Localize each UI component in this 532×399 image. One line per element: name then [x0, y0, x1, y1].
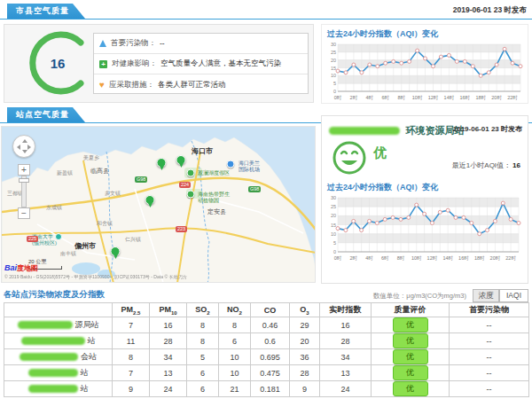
svg-text:22时: 22时 [507, 95, 518, 100]
station-marker-icon[interactable] [111, 246, 121, 256]
university-marker-icon[interactable] [55, 233, 62, 240]
station-marker-icon[interactable] [145, 195, 155, 205]
info-value: -- [160, 39, 165, 48]
station-name-redacted [329, 127, 400, 135]
grade-badge: 优 [393, 381, 428, 396]
map-attribution: © 2019 Baidu - GS(2018)5572号 - 甲测资字11009… [4, 274, 267, 281]
toggle-concentration[interactable]: 浓度 [473, 289, 499, 302]
column-header: PM2.5 [113, 303, 150, 317]
info-value: 各类人群可正常活动 [158, 80, 226, 90]
station-name-suffix: 站 [81, 384, 89, 393]
grade-cell: 优 [372, 349, 450, 365]
info-row-pollutant: 首要污染物： -- [94, 34, 308, 54]
value-cell: 6 [187, 381, 219, 397]
value-cell: 24 [150, 381, 187, 397]
svg-text:16时: 16时 [458, 255, 469, 261]
svg-text:30: 30 [331, 195, 336, 200]
value-cell: 8 [113, 349, 150, 365]
pollutant-table: PM2.5PM10SO2NO2COO3实时指数质量评价首要污染物源局站71688… [4, 302, 529, 397]
table-row: 站9246210.181924优-- [4, 381, 529, 397]
map-zoom-control[interactable]: + − [18, 164, 30, 219]
info-label: 首要污染物： [111, 38, 156, 49]
city-aqi-chart-panel: 过去24小时分指数（AQI）变化 0510152025300时2时4时6时8时1… [321, 24, 528, 104]
value-cell: 9 [290, 381, 320, 397]
svg-text:15: 15 [331, 66, 336, 71]
toggle-iaqi[interactable]: IAQI [499, 289, 528, 302]
pan-left-icon[interactable] [17, 145, 20, 150]
primary-pollutant-cell: -- [450, 381, 529, 397]
station-name-cell: 会站 [4, 349, 113, 365]
svg-text:5: 5 [333, 240, 336, 246]
value-cell: 6 [219, 333, 251, 349]
station-name-cell: 源局站 [4, 317, 113, 333]
poi-marker-icon[interactable] [187, 191, 195, 199]
svg-text:20时: 20时 [490, 255, 501, 261]
city-aqi-chart: 0510152025300时2时4时6时8时10时12时14时16时18时20时… [325, 41, 528, 105]
table-header-row: PM2.5PM10SO2NO2COO3实时指数质量评价首要污染物 [4, 303, 529, 317]
primary-pollutant-cell: -- [450, 317, 529, 333]
city-publish-time: 2019-06-01 23 时发布 [453, 5, 527, 16]
station-name-cell: 站 [4, 365, 113, 381]
svg-text:10: 10 [331, 73, 336, 78]
table-row: 会站8345100.6953634优-- [4, 349, 529, 365]
unit-note: 数值单位：μg/m3(CO为mg/m3) [373, 292, 466, 301]
value-cell: 28 [320, 333, 372, 349]
airport-marker-icon[interactable] [227, 160, 235, 168]
station-name-redacted [28, 385, 78, 393]
info-label: 应采取措施： [109, 80, 154, 90]
pan-down-icon[interactable] [22, 150, 27, 153]
value-cell: 13 [150, 365, 187, 381]
grade-badge: 优 [393, 317, 428, 332]
value-cell: 10 [219, 349, 251, 365]
svg-text:18时: 18时 [475, 95, 486, 100]
map-zoom-handle[interactable] [19, 178, 29, 183]
station-map[interactable]: 海口市儋州市临高县定安县美夏乡新盈镇多文镇东成镇和舍镇仁兴镇三都镇南丰镇海口美兰… [1, 126, 316, 283]
svg-text:22时: 22时 [505, 255, 516, 261]
value-cell: 11 [113, 333, 150, 349]
pan-up-icon[interactable] [22, 139, 27, 143]
station-name-cell: 站 [4, 381, 113, 397]
station-name-redacted [21, 337, 85, 345]
svg-text:15: 15 [331, 223, 336, 228]
svg-text:6时: 6时 [381, 95, 389, 100]
station-column-header [4, 303, 113, 317]
aqi-line-chart: 0510152025300时2时4时6时8时10时12时14时16时18时20时… [325, 41, 525, 101]
svg-text:6时: 6时 [381, 255, 389, 261]
table-row: 站1128860.62028优-- [4, 333, 529, 349]
table-title: 各站点污染物浓度及分指数 [4, 289, 105, 301]
value-cell: 24 [320, 381, 372, 397]
value-cell: 0.46 [251, 317, 290, 333]
svg-text:25: 25 [331, 50, 336, 55]
poi-marker-icon[interactable] [187, 169, 195, 177]
station-aqi-level: 优 [373, 145, 387, 161]
column-header: 质量评价 [372, 303, 450, 317]
map-pan-control[interactable] [12, 135, 35, 158]
station-marker-icon[interactable] [157, 158, 167, 168]
baidu-logo: Bai度地图 [4, 263, 38, 273]
smiley-face-icon [331, 139, 368, 176]
map-zoom-slider[interactable] [21, 176, 27, 207]
svg-text:4时: 4时 [366, 95, 374, 100]
info-row-health: + 对健康影响： 空气质量令人满意，基本无空气污染 [94, 54, 308, 74]
value-cell: 7 [113, 317, 150, 333]
station-marker-icon[interactable] [176, 155, 186, 165]
station-name-redacted [18, 321, 73, 329]
primary-pollutant-cell: -- [450, 349, 529, 365]
value-cell: 5 [187, 349, 219, 365]
pan-right-icon[interactable] [27, 145, 31, 150]
svg-text:20: 20 [331, 58, 336, 63]
svg-text:0: 0 [333, 249, 336, 254]
map-zoom-in-button[interactable]: + [18, 164, 30, 176]
column-header: O3 [290, 303, 320, 317]
city-aqi-panel: 16 优 首要污染物： -- + 对健康影响： 空气质量令人满意，基本无空气污染… [4, 24, 314, 103]
primary-pollutant-cell: -- [450, 333, 529, 349]
value-cell: 0.695 [251, 349, 290, 365]
value-cell: 34 [320, 349, 372, 365]
health-plus-icon: + [99, 60, 107, 68]
map-zoom-out-button[interactable]: − [18, 207, 30, 219]
svg-text:18时: 18时 [474, 255, 485, 261]
value-cell: 21 [219, 381, 251, 397]
aqi-value: 16 [42, 56, 74, 71]
station-publish-time: 2019-06-01 23 时发布 [453, 124, 522, 134]
value-cell: 20 [290, 333, 320, 349]
